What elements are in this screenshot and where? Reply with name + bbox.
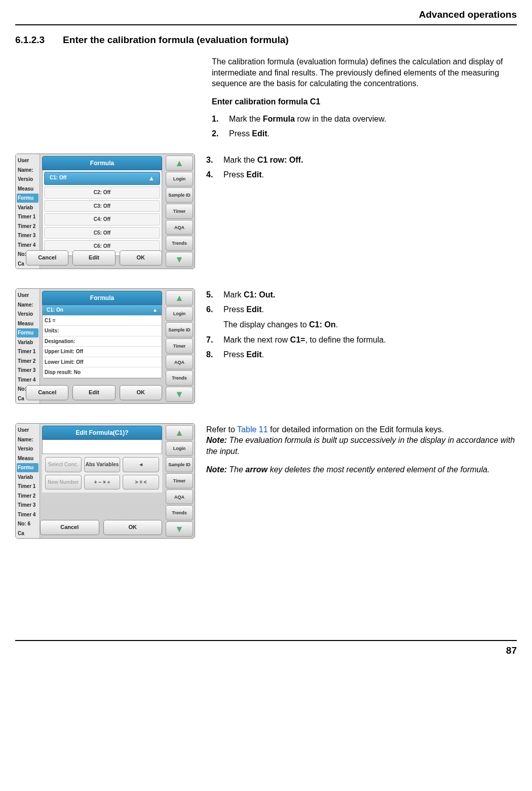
list-item[interactable]: C1 = [43, 316, 162, 326]
text: . [262, 305, 264, 314]
timer-button[interactable]: Timer [166, 204, 193, 219]
login-button[interactable]: Login [166, 441, 193, 457]
text: Press [223, 305, 246, 314]
bold: Edit [246, 350, 261, 359]
label: Name: [17, 435, 39, 444]
step-number: 3. [206, 155, 217, 166]
list-item[interactable]: C1: On▲ [43, 305, 162, 316]
login-button[interactable]: Login [166, 172, 193, 187]
timer-button[interactable]: Timer [166, 473, 193, 488]
step-text: Mark the next row C1=, to define the for… [223, 334, 386, 346]
intro-paragraph: The calibration formula (evaluation form… [212, 56, 517, 89]
bold: Formula [263, 115, 295, 123]
figure-text-block: User Name: Versio Measu Formu Variab Tim… [15, 154, 517, 269]
sample-id-button[interactable]: Sample ID [166, 457, 193, 472]
label: Measu [17, 319, 39, 328]
list-item[interactable]: C3: Off [44, 200, 160, 212]
text: Press [223, 350, 246, 359]
key-comparators[interactable]: > = < [123, 475, 159, 490]
list-item[interactable]: Lower Limit: Off [43, 357, 162, 368]
key-operators[interactable]: + − × ÷ [84, 475, 121, 490]
sample-id-button[interactable]: Sample ID [166, 322, 193, 337]
ok-button[interactable]: OK [103, 520, 163, 535]
label: Timer 4 [17, 375, 39, 385]
step-number: 2. [212, 128, 223, 139]
list-item[interactable]: C4: Off [44, 213, 160, 225]
sample-id-button[interactable]: Sample ID [166, 187, 193, 203]
key-select-conc[interactable]: Select Conc. [45, 457, 82, 472]
step-text: Mark C1: Out. [223, 289, 275, 300]
label: Name: [17, 300, 39, 310]
aqa-button[interactable]: AQA [166, 355, 193, 370]
text: Mark the next row [223, 335, 290, 344]
scroll-down-icon[interactable]: ▼ [166, 521, 193, 537]
list-item[interactable]: Designation: [43, 336, 162, 347]
aqa-button[interactable]: AQA [166, 489, 193, 505]
aqa-button[interactable]: AQA [166, 220, 193, 235]
label: Name: [17, 165, 39, 175]
label: Variab [17, 203, 39, 212]
text: Press [229, 129, 252, 138]
timer-button[interactable]: Timer [166, 338, 193, 354]
edit-button[interactable]: Edit [72, 250, 115, 266]
step: 3. Mark the C1 row: Off. [206, 155, 517, 166]
label: Measu [17, 454, 39, 463]
step-number: 1. [212, 114, 223, 125]
label: Timer 2 [17, 491, 39, 501]
scroll-down-icon[interactable]: ▼ [166, 252, 193, 267]
cancel-button[interactable]: Cancel [40, 520, 99, 535]
step-subtext: The display changes to C1: On. [206, 319, 517, 330]
bold: C1 row: Off. [257, 156, 303, 164]
label: Timer 1 [17, 212, 39, 222]
cancel-button[interactable]: Cancel [26, 250, 68, 266]
scroll-down-icon[interactable]: ▼ [166, 387, 193, 402]
text: . [262, 350, 264, 359]
text: The [227, 465, 245, 474]
device-screenshot-3: User Name: Versio Measu Formu Variab Tim… [15, 423, 195, 539]
list-item[interactable]: Units: [43, 326, 162, 336]
step-text: Mark the C1 row: Off. [223, 155, 303, 166]
trends-button[interactable]: Trends [166, 370, 193, 386]
step-text: Mark the Formula row in the data overvie… [229, 114, 386, 125]
arrow-left-icon[interactable]: ◄ [123, 457, 159, 472]
panel-title: Formula [42, 156, 162, 170]
list-item[interactable]: C2: Off [44, 186, 160, 199]
ok-button[interactable]: OK [120, 250, 162, 266]
step: 7. Mark the next row C1=, to define the … [206, 334, 517, 346]
list-item[interactable]: C5: Off [44, 227, 160, 239]
chevron-up-icon: ▲ [148, 174, 155, 182]
key-abs-variables[interactable]: Abs Variables [84, 457, 121, 472]
ok-button[interactable]: OK [120, 385, 162, 400]
trends-button[interactable]: Trends [166, 505, 193, 520]
label: Variab [17, 472, 39, 482]
trends-button[interactable]: Trends [166, 236, 193, 251]
label: Formu [17, 463, 39, 473]
list-item[interactable]: Disp result: No [43, 367, 162, 378]
top-rule [15, 24, 517, 25]
cancel-button[interactable]: Cancel [26, 385, 68, 400]
text: Press [223, 170, 246, 179]
bold: arrow [245, 465, 268, 474]
text: for detailed information on the Edit for… [268, 425, 444, 434]
login-button[interactable]: Login [166, 307, 193, 322]
page-number: 87 [15, 644, 517, 657]
scroll-up-icon[interactable]: ▲ [166, 156, 193, 171]
chevron-up-icon: ▲ [153, 307, 158, 314]
text: Mark the [229, 115, 263, 123]
note-label: Note: [206, 465, 227, 474]
table-link[interactable]: Table 11 [237, 425, 268, 434]
list-item[interactable]: Upper Limit: Off [43, 347, 162, 357]
text: C1: Off [50, 174, 66, 182]
text: The display changes to [223, 320, 309, 329]
scroll-up-icon[interactable]: ▲ [166, 425, 193, 440]
step: 4. Press Edit. [206, 169, 517, 180]
note: Note: The arrow key deletes the most rec… [206, 464, 517, 475]
label: Measu [17, 184, 39, 194]
subheading: Enter calibration formula C1 [212, 96, 517, 107]
list-item[interactable]: C1: Off▲ [44, 172, 160, 185]
scroll-up-icon[interactable]: ▲ [166, 290, 193, 306]
step-number: 7. [206, 334, 217, 346]
key-new-number[interactable]: New Number [45, 475, 82, 490]
label: Versio [17, 175, 39, 184]
edit-button[interactable]: Edit [72, 385, 115, 400]
